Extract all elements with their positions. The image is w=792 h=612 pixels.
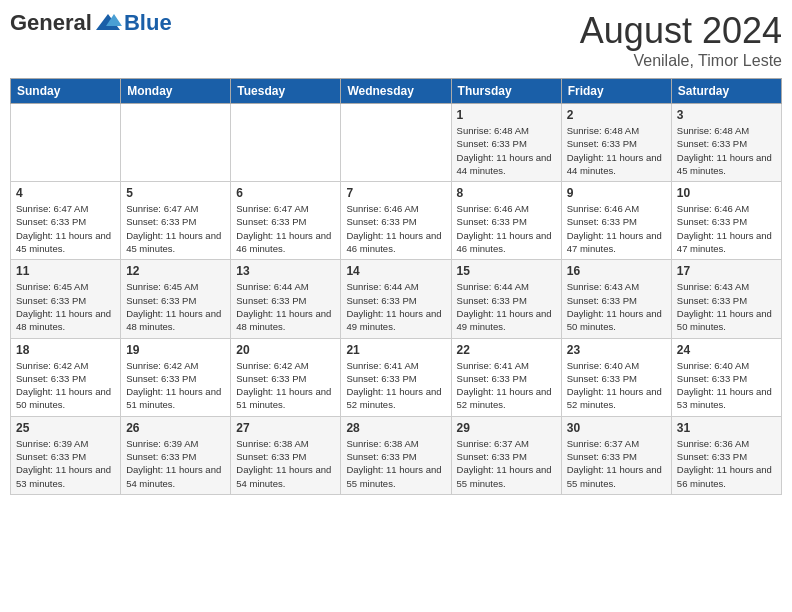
day-info: Sunrise: 6:36 AM Sunset: 6:33 PM Dayligh… (677, 437, 776, 490)
table-row: 4Sunrise: 6:47 AM Sunset: 6:33 PM Daylig… (11, 182, 121, 260)
logo-blue-text: Blue (124, 10, 172, 36)
day-info: Sunrise: 6:47 AM Sunset: 6:33 PM Dayligh… (236, 202, 335, 255)
table-row: 22Sunrise: 6:41 AM Sunset: 6:33 PM Dayli… (451, 338, 561, 416)
day-number: 28 (346, 421, 445, 435)
day-info: Sunrise: 6:46 AM Sunset: 6:33 PM Dayligh… (457, 202, 556, 255)
table-row: 3Sunrise: 6:48 AM Sunset: 6:33 PM Daylig… (671, 104, 781, 182)
day-info: Sunrise: 6:39 AM Sunset: 6:33 PM Dayligh… (16, 437, 115, 490)
day-number: 12 (126, 264, 225, 278)
table-row: 30Sunrise: 6:37 AM Sunset: 6:33 PM Dayli… (561, 416, 671, 494)
table-row (231, 104, 341, 182)
day-info: Sunrise: 6:42 AM Sunset: 6:33 PM Dayligh… (16, 359, 115, 412)
day-number: 13 (236, 264, 335, 278)
table-row: 31Sunrise: 6:36 AM Sunset: 6:33 PM Dayli… (671, 416, 781, 494)
day-number: 26 (126, 421, 225, 435)
table-row: 25Sunrise: 6:39 AM Sunset: 6:33 PM Dayli… (11, 416, 121, 494)
table-row: 8Sunrise: 6:46 AM Sunset: 6:33 PM Daylig… (451, 182, 561, 260)
col-tuesday: Tuesday (231, 79, 341, 104)
table-row (11, 104, 121, 182)
day-info: Sunrise: 6:44 AM Sunset: 6:33 PM Dayligh… (346, 280, 445, 333)
table-row: 5Sunrise: 6:47 AM Sunset: 6:33 PM Daylig… (121, 182, 231, 260)
day-number: 21 (346, 343, 445, 357)
col-wednesday: Wednesday (341, 79, 451, 104)
day-info: Sunrise: 6:43 AM Sunset: 6:33 PM Dayligh… (567, 280, 666, 333)
day-number: 14 (346, 264, 445, 278)
table-row: 6Sunrise: 6:47 AM Sunset: 6:33 PM Daylig… (231, 182, 341, 260)
day-info: Sunrise: 6:39 AM Sunset: 6:33 PM Dayligh… (126, 437, 225, 490)
col-sunday: Sunday (11, 79, 121, 104)
page-header: General Blue August 2024 Venilale, Timor… (10, 10, 782, 70)
day-number: 3 (677, 108, 776, 122)
day-number: 20 (236, 343, 335, 357)
day-info: Sunrise: 6:41 AM Sunset: 6:33 PM Dayligh… (457, 359, 556, 412)
col-thursday: Thursday (451, 79, 561, 104)
table-row: 2Sunrise: 6:48 AM Sunset: 6:33 PM Daylig… (561, 104, 671, 182)
day-info: Sunrise: 6:46 AM Sunset: 6:33 PM Dayligh… (677, 202, 776, 255)
calendar-header-row: Sunday Monday Tuesday Wednesday Thursday… (11, 79, 782, 104)
day-number: 9 (567, 186, 666, 200)
day-number: 6 (236, 186, 335, 200)
table-row: 7Sunrise: 6:46 AM Sunset: 6:33 PM Daylig… (341, 182, 451, 260)
day-info: Sunrise: 6:48 AM Sunset: 6:33 PM Dayligh… (567, 124, 666, 177)
table-row (341, 104, 451, 182)
day-number: 23 (567, 343, 666, 357)
day-info: Sunrise: 6:40 AM Sunset: 6:33 PM Dayligh… (677, 359, 776, 412)
day-number: 22 (457, 343, 556, 357)
table-row: 12Sunrise: 6:45 AM Sunset: 6:33 PM Dayli… (121, 260, 231, 338)
day-number: 17 (677, 264, 776, 278)
table-row: 14Sunrise: 6:44 AM Sunset: 6:33 PM Dayli… (341, 260, 451, 338)
table-row: 13Sunrise: 6:44 AM Sunset: 6:33 PM Dayli… (231, 260, 341, 338)
table-row: 27Sunrise: 6:38 AM Sunset: 6:33 PM Dayli… (231, 416, 341, 494)
day-info: Sunrise: 6:42 AM Sunset: 6:33 PM Dayligh… (126, 359, 225, 412)
day-number: 30 (567, 421, 666, 435)
table-row: 21Sunrise: 6:41 AM Sunset: 6:33 PM Dayli… (341, 338, 451, 416)
table-row: 16Sunrise: 6:43 AM Sunset: 6:33 PM Dayli… (561, 260, 671, 338)
day-number: 5 (126, 186, 225, 200)
calendar-week-1: 1Sunrise: 6:48 AM Sunset: 6:33 PM Daylig… (11, 104, 782, 182)
day-number: 2 (567, 108, 666, 122)
day-info: Sunrise: 6:48 AM Sunset: 6:33 PM Dayligh… (457, 124, 556, 177)
col-saturday: Saturday (671, 79, 781, 104)
day-number: 8 (457, 186, 556, 200)
day-number: 18 (16, 343, 115, 357)
day-number: 19 (126, 343, 225, 357)
day-info: Sunrise: 6:42 AM Sunset: 6:33 PM Dayligh… (236, 359, 335, 412)
day-info: Sunrise: 6:41 AM Sunset: 6:33 PM Dayligh… (346, 359, 445, 412)
day-info: Sunrise: 6:46 AM Sunset: 6:33 PM Dayligh… (567, 202, 666, 255)
day-info: Sunrise: 6:40 AM Sunset: 6:33 PM Dayligh… (567, 359, 666, 412)
table-row: 18Sunrise: 6:42 AM Sunset: 6:33 PM Dayli… (11, 338, 121, 416)
logo-icon (94, 12, 122, 34)
day-number: 31 (677, 421, 776, 435)
table-row: 23Sunrise: 6:40 AM Sunset: 6:33 PM Dayli… (561, 338, 671, 416)
day-info: Sunrise: 6:37 AM Sunset: 6:33 PM Dayligh… (567, 437, 666, 490)
day-number: 7 (346, 186, 445, 200)
col-friday: Friday (561, 79, 671, 104)
day-info: Sunrise: 6:45 AM Sunset: 6:33 PM Dayligh… (16, 280, 115, 333)
day-info: Sunrise: 6:47 AM Sunset: 6:33 PM Dayligh… (126, 202, 225, 255)
day-number: 15 (457, 264, 556, 278)
table-row: 9Sunrise: 6:46 AM Sunset: 6:33 PM Daylig… (561, 182, 671, 260)
table-row: 19Sunrise: 6:42 AM Sunset: 6:33 PM Dayli… (121, 338, 231, 416)
table-row (121, 104, 231, 182)
day-info: Sunrise: 6:44 AM Sunset: 6:33 PM Dayligh… (457, 280, 556, 333)
day-number: 1 (457, 108, 556, 122)
table-row: 24Sunrise: 6:40 AM Sunset: 6:33 PM Dayli… (671, 338, 781, 416)
month-year-title: August 2024 (580, 10, 782, 52)
calendar-week-5: 25Sunrise: 6:39 AM Sunset: 6:33 PM Dayli… (11, 416, 782, 494)
day-number: 11 (16, 264, 115, 278)
day-number: 24 (677, 343, 776, 357)
logo-general-text: General (10, 10, 92, 36)
day-info: Sunrise: 6:38 AM Sunset: 6:33 PM Dayligh… (236, 437, 335, 490)
calendar-week-3: 11Sunrise: 6:45 AM Sunset: 6:33 PM Dayli… (11, 260, 782, 338)
table-row: 1Sunrise: 6:48 AM Sunset: 6:33 PM Daylig… (451, 104, 561, 182)
day-info: Sunrise: 6:46 AM Sunset: 6:33 PM Dayligh… (346, 202, 445, 255)
table-row: 29Sunrise: 6:37 AM Sunset: 6:33 PM Dayli… (451, 416, 561, 494)
day-info: Sunrise: 6:47 AM Sunset: 6:33 PM Dayligh… (16, 202, 115, 255)
table-row: 26Sunrise: 6:39 AM Sunset: 6:33 PM Dayli… (121, 416, 231, 494)
calendar-week-2: 4Sunrise: 6:47 AM Sunset: 6:33 PM Daylig… (11, 182, 782, 260)
col-monday: Monday (121, 79, 231, 104)
location-subtitle: Venilale, Timor Leste (580, 52, 782, 70)
day-info: Sunrise: 6:43 AM Sunset: 6:33 PM Dayligh… (677, 280, 776, 333)
logo: General Blue (10, 10, 172, 36)
day-number: 29 (457, 421, 556, 435)
